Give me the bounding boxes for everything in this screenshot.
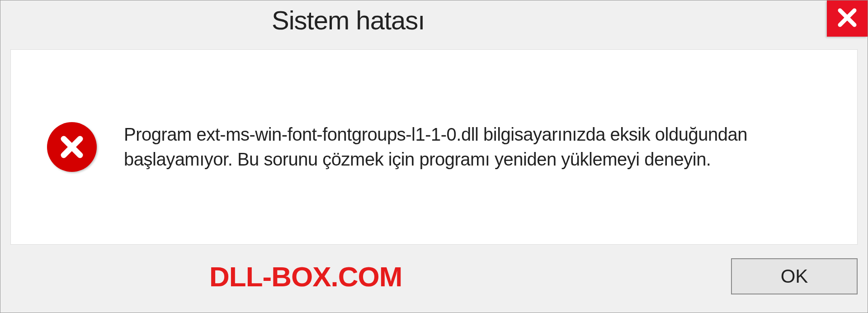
close-icon (837, 8, 857, 29)
error-icon (47, 122, 97, 172)
watermark-text: DLL-BOX.COM (209, 261, 402, 293)
dialog-title: Sistem hatası (272, 5, 425, 35)
titlebar: Sistem hatası (0, 0, 868, 46)
ok-button[interactable]: OK (731, 258, 858, 294)
error-message: Program ext-ms-win-font-fontgroups-l1-1-… (124, 122, 830, 172)
error-dialog: Sistem hatası Program ext-ms-win-font-fo… (0, 0, 868, 313)
close-button[interactable] (827, 0, 868, 37)
footer: DLL-BOX.COM OK (0, 245, 868, 313)
content-area: Program ext-ms-win-font-fontgroups-l1-1-… (10, 49, 858, 245)
